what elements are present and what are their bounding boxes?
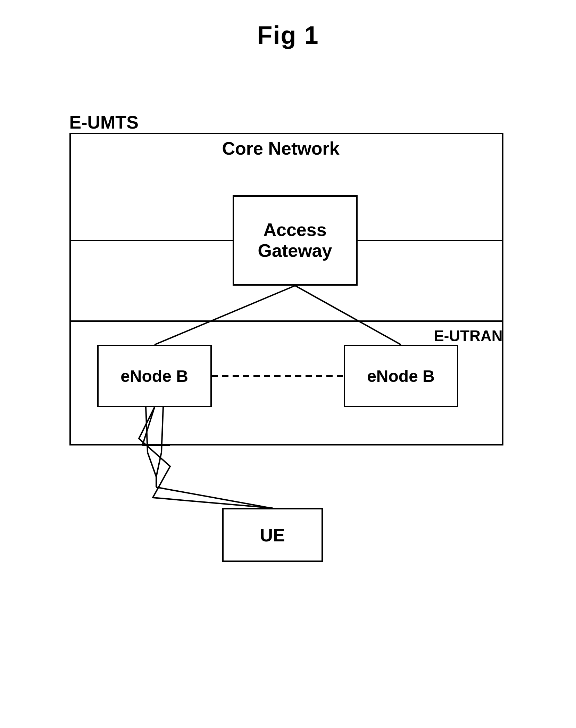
enode-b-right-box: eNode B — [344, 345, 458, 407]
enode-b-left-label: eNode B — [120, 367, 188, 386]
ue-label: UE — [260, 525, 285, 546]
enode-b-right-label: eNode B — [367, 367, 435, 386]
core-network-label: Core Network — [222, 138, 340, 159]
page-container: Fig 1 E-UMTS Core Network E-UTRAN Access… — [0, 0, 576, 728]
access-gateway-box: AccessGateway — [233, 195, 358, 286]
ue-box: UE — [222, 508, 323, 562]
h-divider — [69, 320, 503, 322]
diagram-area: E-UMTS Core Network E-UTRAN AccessGatewa… — [62, 112, 514, 581]
enode-b-left-box: eNode B — [97, 345, 212, 407]
svg-line-12 — [156, 487, 271, 508]
eumts-label: E-UMTS — [69, 112, 139, 133]
svg-line-10 — [156, 452, 161, 477]
figure-title: Fig 1 — [257, 21, 319, 49]
svg-line-9 — [148, 452, 156, 477]
access-gateway-label: AccessGateway — [258, 220, 332, 261]
eutran-label: E-UTRAN — [434, 327, 503, 345]
